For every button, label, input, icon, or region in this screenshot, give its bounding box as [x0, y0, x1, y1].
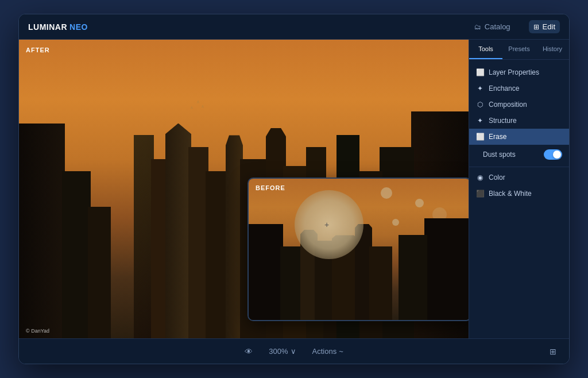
building-center-3 — [165, 124, 191, 338]
title-bar: LUMINAR NEO 🗂 Catalog ⊞ Edit — [19, 14, 569, 40]
panel-item-composition[interactable]: ⬡ Composition — [469, 97, 569, 113]
dust-spots-label: Dust spots — [483, 151, 539, 159]
nav-tabs: 🗂 Catalog ⊞ Edit — [470, 20, 560, 33]
zoom-control[interactable]: 300% ∨ — [265, 345, 299, 358]
view-button[interactable]: 👁 — [241, 345, 256, 358]
before-image: + — [249, 179, 469, 320]
enhance-icon: ✦ — [476, 84, 484, 92]
before-label: BEFORE — [256, 184, 285, 191]
before-building-9 — [399, 235, 427, 320]
enhance-label: Enchance — [489, 84, 519, 92]
panel-tabs: Tools Presets History — [469, 40, 569, 60]
panel-item-color[interactable]: ◉ Color — [469, 169, 569, 186]
tab-catalog[interactable]: 🗂 Catalog — [470, 20, 515, 33]
black-white-label: Black & White — [489, 190, 532, 198]
dust-spots-row: Dust spots — [469, 145, 569, 164]
bird-3: ∧ — [201, 104, 204, 109]
before-building-1 — [249, 224, 283, 320]
edit-icon: ⊞ — [533, 23, 539, 31]
dust-circle: + — [295, 190, 363, 259]
composition-icon: ⬡ — [476, 101, 484, 109]
before-building-7 — [369, 246, 392, 320]
right-panel: Tools Presets History ⬜ Layer Properties… — [469, 40, 569, 338]
app-window: LUMINAR NEO 🗂 Catalog ⊞ Edit AFTER © Dan… — [18, 14, 570, 364]
building-left-3 — [88, 207, 111, 338]
tab-edit[interactable]: ⊞ Edit — [529, 20, 560, 33]
building-left-2 — [62, 171, 91, 338]
panel-item-enhance[interactable]: ✦ Enchance — [469, 80, 569, 97]
panel-item-erase[interactable]: ⬜ Erase — [469, 129, 569, 145]
zoom-label: 300% — [269, 347, 288, 356]
app-logo: LUMINAR NEO — [28, 22, 88, 32]
structure-icon: ✦ — [476, 117, 484, 125]
black-white-icon: ⬛ — [476, 190, 484, 198]
toolbar-center: 👁 300% ∨ Actions ~ — [241, 345, 346, 358]
canvas-area[interactable]: AFTER © DanYad — [19, 40, 469, 338]
composition-label: Composition — [489, 101, 527, 109]
windows-icon[interactable]: ⊞ — [546, 345, 560, 358]
logo-neo: NEO — [69, 22, 88, 32]
building-center-5 — [206, 171, 229, 338]
zoom-chevron-icon: ∨ — [291, 347, 296, 356]
dust-spot-2 — [415, 199, 424, 207]
panel-item-layer-properties[interactable]: ⬜ Layer Properties — [469, 64, 569, 80]
catalog-icon: 🗂 — [474, 23, 481, 31]
layer-properties-label: Layer Properties — [489, 68, 539, 76]
panel-items-list: ⬜ Layer Properties ✦ Enchance ⬡ Composit… — [469, 60, 569, 338]
before-building-2 — [280, 246, 303, 320]
actions-label: Actions — [312, 347, 337, 356]
panel-item-black-white[interactable]: ⬛ Black & White — [469, 186, 569, 202]
toggle-knob — [553, 151, 561, 159]
edit-label: Edit — [543, 22, 555, 31]
erase-icon: ⬜ — [476, 133, 484, 141]
divider-1 — [469, 167, 569, 167]
structure-label: Structure — [489, 117, 517, 125]
eye-icon: 👁 — [245, 347, 253, 356]
crosshair-icon: + — [324, 220, 334, 229]
dust-spots-toggle[interactable] — [544, 149, 562, 160]
color-label: Color — [489, 173, 505, 182]
tab-tools[interactable]: Tools — [469, 40, 502, 59]
bird-2: ∧ — [196, 99, 200, 105]
bird-1: ∧ — [190, 105, 194, 110]
before-building-8 — [424, 218, 469, 320]
toolbar-right: ⊞ — [532, 345, 560, 358]
dust-spot-1 — [381, 187, 392, 199]
actions-chevron-icon: ~ — [339, 347, 343, 356]
panel-item-structure[interactable]: ✦ Structure — [469, 113, 569, 129]
color-icon: ◉ — [476, 173, 484, 182]
logo-luminar: LUMINAR — [28, 22, 67, 32]
tab-presets[interactable]: Presets — [502, 40, 536, 59]
building-left-1 — [19, 124, 65, 338]
before-panel: BEFORE + — [247, 178, 469, 321]
after-label: AFTER — [26, 47, 50, 53]
apple-icon[interactable] — [532, 349, 539, 354]
layer-properties-icon: ⬜ — [476, 68, 484, 76]
bottom-toolbar: 👁 300% ∨ Actions ~ ⊞ — [19, 338, 569, 364]
erase-label: Erase — [489, 133, 506, 141]
copyright-label: © DanYad — [26, 328, 49, 334]
main-content: AFTER © DanYad — [19, 40, 569, 338]
tab-history[interactable]: History — [536, 40, 569, 59]
catalog-label: Catalog — [485, 22, 510, 31]
actions-button[interactable]: Actions ~ — [309, 345, 347, 358]
